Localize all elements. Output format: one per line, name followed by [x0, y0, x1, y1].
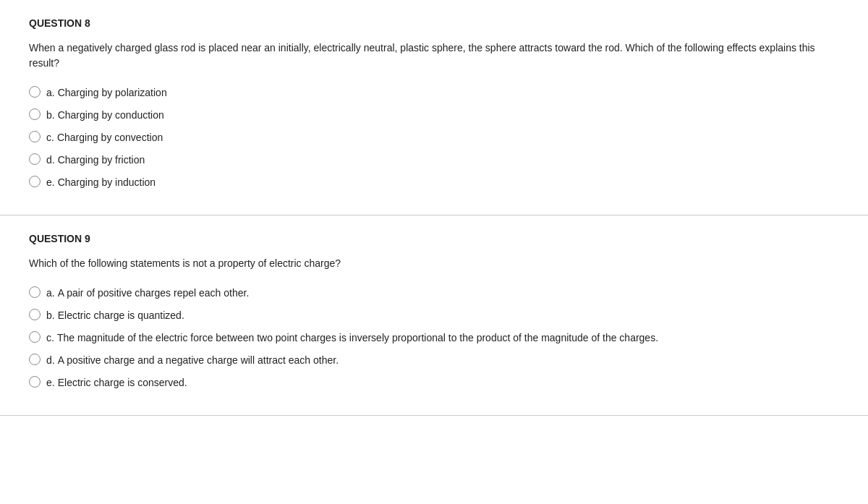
radio-wrapper — [29, 354, 46, 365]
question-9-text: Which of the following statements is not… — [29, 256, 839, 271]
option-text: d.Charging by friction — [46, 153, 145, 168]
question-9-block: QUESTION 9 Which of the following statem… — [0, 215, 868, 416]
radio-wrapper — [29, 376, 46, 388]
option-text: e.Charging by induction — [46, 175, 156, 190]
question-9-label: QUESTION 9 — [29, 233, 839, 244]
option-text: b.Charging by conduction — [46, 108, 164, 123]
question-8-block: QUESTION 8 When a negatively charged gla… — [0, 0, 868, 215]
option-text: c.Charging by convection — [46, 130, 163, 145]
radio-wrapper — [29, 309, 46, 320]
option-text: d.A positive charge and a negative charg… — [46, 353, 339, 368]
option-text: c.The magnitude of the electric force be… — [46, 330, 658, 346]
page-container: QUESTION 8 When a negatively charged gla… — [0, 0, 868, 416]
radio-button-q8b[interactable] — [29, 108, 41, 120]
radio-wrapper — [29, 331, 46, 343]
question-8-label: QUESTION 8 — [29, 17, 839, 29]
radio-button-q8d[interactable] — [29, 153, 41, 165]
list-item: d.Charging by friction — [29, 153, 839, 168]
list-item: c.Charging by convection — [29, 130, 839, 145]
radio-wrapper — [29, 108, 46, 120]
list-item: e.Charging by induction — [29, 175, 839, 190]
list-item: b.Electric charge is quantized. — [29, 308, 839, 323]
list-item: a.Charging by polarization — [29, 85, 839, 101]
radio-button-q9e[interactable] — [29, 376, 41, 388]
radio-button-q8a[interactable] — [29, 86, 41, 98]
radio-wrapper — [29, 176, 46, 187]
list-item: d.A positive charge and a negative charg… — [29, 353, 839, 368]
list-item: c.The magnitude of the electric force be… — [29, 330, 839, 346]
option-text: e.Electric charge is conserved. — [46, 375, 187, 390]
radio-button-q9d[interactable] — [29, 354, 41, 365]
radio-button-q8c[interactable] — [29, 131, 41, 142]
radio-button-q8e[interactable] — [29, 176, 41, 187]
question-9-options: a.A pair of positive charges repel each … — [29, 286, 839, 390]
radio-wrapper — [29, 86, 46, 98]
list-item: a.A pair of positive charges repel each … — [29, 286, 839, 301]
radio-wrapper — [29, 131, 46, 142]
question-8-text: When a negatively charged glass rod is p… — [29, 40, 839, 71]
list-item: e.Electric charge is conserved. — [29, 375, 839, 390]
radio-button-q9a[interactable] — [29, 286, 41, 298]
radio-button-q9c[interactable] — [29, 331, 41, 343]
option-text: b.Electric charge is quantized. — [46, 308, 184, 323]
radio-wrapper — [29, 286, 46, 298]
question-8-options: a.Charging by polarization b.Charging by… — [29, 85, 839, 190]
list-item: b.Charging by conduction — [29, 108, 839, 123]
radio-wrapper — [29, 153, 46, 165]
option-text: a.A pair of positive charges repel each … — [46, 286, 249, 301]
option-text: a.Charging by polarization — [46, 85, 167, 101]
radio-button-q9b[interactable] — [29, 309, 41, 320]
